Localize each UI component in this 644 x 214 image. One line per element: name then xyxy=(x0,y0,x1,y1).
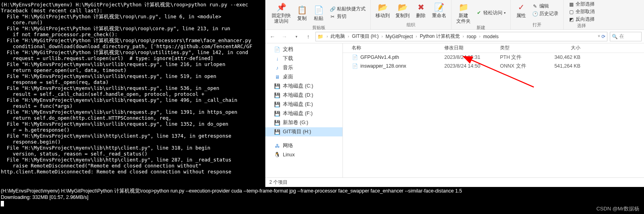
edit-button[interactable]: ✎ 编辑 xyxy=(531,3,560,10)
copy-to-button[interactable]: 📂 复制到 xyxy=(394,1,411,19)
new-folder-button[interactable]: 📁 新建 文件夹 xyxy=(455,1,472,25)
delete-button[interactable]: ✖ 删除 xyxy=(414,1,428,19)
pin-label-1: 固定到快 xyxy=(272,13,291,18)
sidebar-icon: 📄 xyxy=(274,47,280,53)
file-size: 541,264 KB xyxy=(544,63,591,69)
breadcrumb-chevron[interactable]: › xyxy=(415,34,418,39)
sidebar-item-10[interactable]: 🖧网络 xyxy=(265,141,342,150)
sidebar-item-2[interactable]: ♪音乐 xyxy=(265,63,342,72)
sidebar-label: 下载 xyxy=(283,55,293,62)
copy-button[interactable]: 📋 复制 xyxy=(295,4,309,22)
move-icon: 📂 xyxy=(377,2,388,13)
forward-button[interactable]: → xyxy=(280,32,289,41)
sidebar-icon: 🖧 xyxy=(274,143,280,149)
select-none-button[interactable]: ▢ 全部取消 xyxy=(567,8,596,15)
column-headers: 名称 修改日期 类型 大小 xyxy=(343,43,644,53)
breadcrumb-chevron[interactable]: › xyxy=(381,34,383,39)
header-name[interactable]: 名称 xyxy=(343,45,444,51)
search-placeholder: 在 xyxy=(619,33,624,40)
refresh-button[interactable]: ⟳ xyxy=(601,34,605,39)
sidebar-item-4[interactable]: 💾本地磁盘 (C:) xyxy=(265,82,342,91)
breadcrumb-item-0[interactable]: 此电脑 xyxy=(329,33,346,40)
breadcrumb-item-2[interactable]: MyGitProject xyxy=(384,34,414,39)
file-type: PTH 文件 xyxy=(500,54,544,61)
up-button[interactable]: ↑ xyxy=(304,32,313,41)
select-all-button[interactable]: ▦ 全部选择 xyxy=(567,1,596,8)
sidebar-icon: 💾 xyxy=(274,129,280,135)
new-folder-label-1: 新建 xyxy=(459,13,468,18)
sidebar-item-8[interactable]: 💾新加卷 (G:) xyxy=(265,118,342,127)
paste-shortcut-button[interactable]: 🔗 粘贴快捷方式 xyxy=(328,6,367,12)
select-none-label: 全部取消 xyxy=(576,9,595,15)
breadcrumb-chevron[interactable]: › xyxy=(478,34,481,39)
terminal-top[interactable]: (H:\MyEnvsProject\myenv) H:\MyGitProject… xyxy=(0,0,265,187)
sidebar-item-0[interactable]: 📄文档 xyxy=(265,45,342,54)
sidebar-item-11[interactable]: 🐧Linux xyxy=(265,150,342,159)
header-size[interactable]: 大小 xyxy=(544,45,591,51)
file-row[interactable]: 📄inswapper_128.onnx2023/8/24 14:50ONNX 文… xyxy=(343,62,644,70)
rename-button[interactable]: 📝 重命名 xyxy=(430,1,448,19)
back-button[interactable]: ← xyxy=(268,32,277,41)
header-date[interactable]: 修改日期 xyxy=(444,45,500,51)
sidebar-icon: 🖥 xyxy=(274,74,280,80)
breadcrumb[interactable]: 📁 › 此电脑 › GIT项目 (H:) › MyGitProject › Py… xyxy=(315,32,607,41)
terminal-bottom[interactable]: (H:\MyEnvsProject\myenv) H:\MyGitProject… xyxy=(0,187,644,206)
sidebar-item-1[interactable]: ↓下载 xyxy=(265,54,342,63)
file-row[interactable]: 📄GFPGANv1.4.pth2023/8/24 15:31PTH 文件340,… xyxy=(343,53,644,62)
sidebar-item-9[interactable]: 💾GIT项目 (H:) xyxy=(265,127,342,136)
file-icon: 📄 xyxy=(352,54,358,60)
sidebar-icon: 💾 xyxy=(274,111,280,117)
rename-icon: 📝 xyxy=(434,2,445,13)
sidebar-label: 本地磁盘 (F:) xyxy=(283,110,313,117)
invert-selection-label: 反向选择 xyxy=(576,16,595,22)
select-all-label: 全部选择 xyxy=(576,1,595,7)
paste-icon: 📄 xyxy=(313,4,324,16)
shortcut-icon: 🔗 xyxy=(330,6,335,12)
terminal-cursor xyxy=(1,201,4,206)
breadcrumb-item-1[interactable]: GIT项目 (H:) xyxy=(351,33,380,40)
sidebar-item-5[interactable]: 💾本地磁盘 (D:) xyxy=(265,91,342,100)
paste-button[interactable]: 📄 粘贴 xyxy=(311,4,326,22)
edit-label: 编辑 xyxy=(539,3,549,9)
delete-icon: ✖ xyxy=(415,2,426,13)
file-list[interactable]: 📄GFPGANv1.4.pth2023/8/24 15:31PTH 文件340,… xyxy=(343,53,644,177)
sidebar-item-3[interactable]: 🖥桌面 xyxy=(265,72,342,82)
sidebar-label: 文档 xyxy=(283,46,293,53)
open-group-label: 打开 xyxy=(533,22,541,29)
breadcrumb-root-chevron[interactable]: › xyxy=(326,34,329,39)
breadcrumb-chevron[interactable]: › xyxy=(462,34,465,39)
file-name: GFPGANv1.4.pth xyxy=(360,54,399,60)
breadcrumb-item-3[interactable]: Python 计算机视觉 xyxy=(418,33,461,40)
properties-button[interactable]: ✓ 属性 xyxy=(514,1,528,19)
breadcrumb-item-5[interactable]: models xyxy=(482,34,500,39)
breadcrumb-item-4[interactable]: roop xyxy=(465,34,477,39)
sidebar-item-7[interactable]: 💾本地磁盘 (F:) xyxy=(265,109,342,118)
breadcrumb-dropdown[interactable]: v xyxy=(598,34,600,39)
history-button[interactable]: 🕑 历史记录 xyxy=(531,10,560,17)
sidebar-item-6[interactable]: 💾本地磁盘 (E:) xyxy=(265,100,342,109)
scissors-icon: ✂ xyxy=(330,14,335,19)
status-bar: 2 个项目 xyxy=(265,177,644,187)
select-none-icon: ▢ xyxy=(568,9,574,15)
file-name: inswapper_128.onnx xyxy=(360,63,406,69)
paste-shortcut-label: 粘贴快捷方式 xyxy=(337,6,366,12)
sidebar[interactable]: 📄文档↓下载♪音乐🖥桌面💾本地磁盘 (C:)💾本地磁盘 (D:)💾本地磁盘 (E… xyxy=(265,43,343,177)
invert-icon: ◩ xyxy=(568,17,574,22)
breadcrumb-chevron[interactable]: › xyxy=(347,34,350,39)
easy-access-button[interactable]: ✔ 轻松访问 ▾ xyxy=(475,10,507,16)
invert-selection-button[interactable]: ◩ 反向选择 xyxy=(567,16,596,23)
copy-to-label: 复制到 xyxy=(395,13,410,18)
sidebar-label: 本地磁盘 (E:) xyxy=(283,101,313,108)
move-to-button[interactable]: 📂 移动到 xyxy=(374,1,391,19)
new-folder-icon: 📁 xyxy=(458,2,469,13)
sidebar-label: 音乐 xyxy=(283,64,293,71)
search-input[interactable]: 🔍 在 xyxy=(610,32,642,41)
header-type[interactable]: 类型 xyxy=(500,45,544,51)
file-icon: 📄 xyxy=(352,63,358,69)
sidebar-label: 桌面 xyxy=(283,74,293,80)
properties-label: 属性 xyxy=(516,13,526,18)
file-type: ONNX 文件 xyxy=(500,63,544,70)
cut-button[interactable]: ✂ 剪切 xyxy=(328,13,367,20)
recent-locations-button[interactable]: ▾ xyxy=(292,32,301,41)
pin-to-quick-access-button[interactable]: 📌 固定到快 速访问 xyxy=(270,1,292,25)
